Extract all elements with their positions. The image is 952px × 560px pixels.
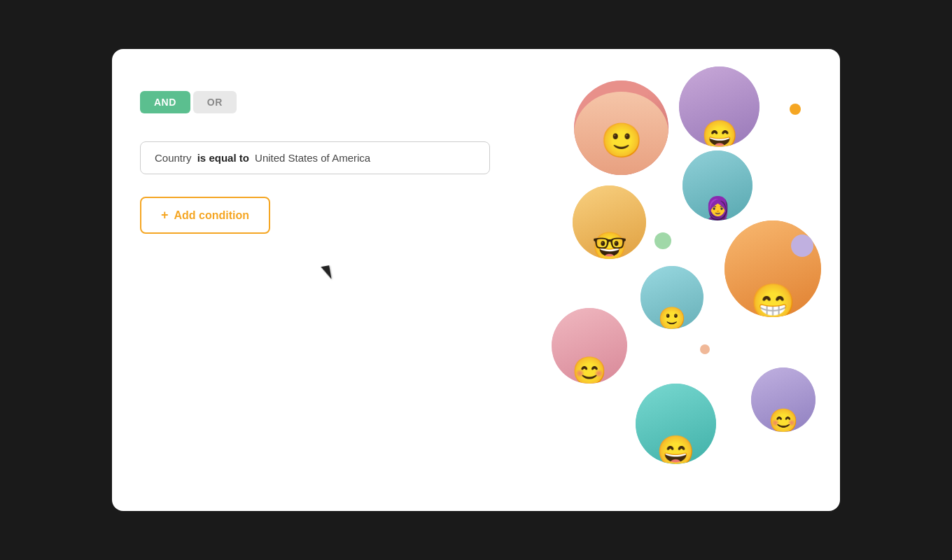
- add-condition-label: Add condition: [174, 209, 250, 222]
- dot-orange: [790, 104, 801, 115]
- toggle-group: AND OR: [140, 91, 490, 113]
- condition-pill[interactable]: Country is equal to United States of Ame…: [140, 141, 490, 174]
- condition-field: Country: [155, 152, 192, 164]
- left-panel: AND OR Country is equal to United States…: [112, 49, 518, 511]
- avatar-9: 😄: [636, 384, 716, 464]
- avatar-8: 😊: [751, 368, 816, 432]
- add-condition-button[interactable]: + Add condition: [140, 197, 270, 234]
- avatar-3: 🧕: [682, 150, 752, 220]
- dot-green: [654, 232, 671, 249]
- plus-icon: +: [161, 208, 169, 223]
- avatar-1: 🙂: [574, 80, 668, 175]
- avatar-4: 🤓: [573, 186, 646, 259]
- cursor-icon: [321, 265, 331, 281]
- avatar-5: 😊: [552, 308, 627, 384]
- avatar-6: 🙂: [640, 266, 704, 329]
- condition-operator: is equal to: [195, 152, 253, 164]
- avatar-2: 😄: [679, 66, 760, 147]
- dot-peach: [700, 344, 710, 354]
- right-panel: 🙂 😄 🧕 🤓 😊: [518, 49, 840, 511]
- condition-value: United States of America: [255, 152, 370, 164]
- dot-purple: [791, 234, 813, 257]
- and-toggle-button[interactable]: AND: [140, 91, 190, 113]
- or-toggle-button[interactable]: OR: [193, 91, 237, 113]
- main-card: AND OR Country is equal to United States…: [112, 49, 840, 511]
